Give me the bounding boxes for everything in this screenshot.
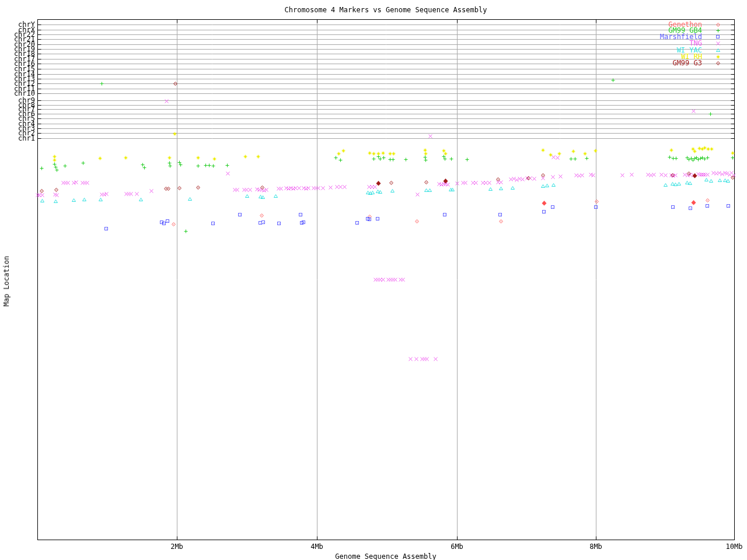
plot-canvas	[0, 0, 747, 560]
x-tick-label-8Mb: 8Mb	[577, 543, 615, 550]
chart: Chromosome 4 Markers vs Genome Sequence …	[0, 0, 747, 560]
legend-entry-gm99-g3: GM99 G3	[672, 60, 702, 66]
x-tick-label-10Mb: 10Mb	[715, 543, 747, 550]
x-tick-label-4Mb: 4Mb	[298, 543, 336, 550]
y-axis-label: Map Location	[2, 256, 11, 307]
x-tick-label-6Mb: 6Mb	[438, 543, 476, 550]
x-tick-label-2Mb: 2Mb	[158, 543, 196, 550]
chart-title: Chromosome 4 Markers vs Genome Sequence …	[37, 6, 734, 14]
y-tick-label-chr1: chr1	[0, 135, 35, 142]
x-axis-label: Genome Sequence Assembly	[37, 552, 734, 560]
